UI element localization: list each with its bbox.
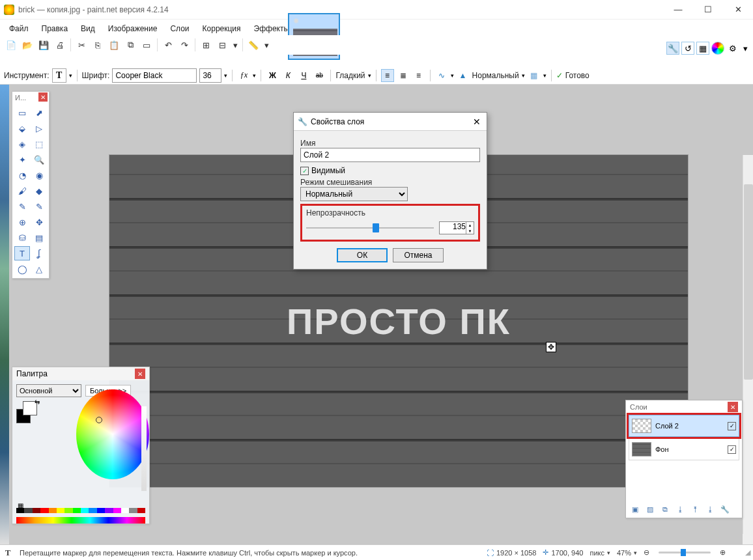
open-file-icon[interactable]: 📂 [20, 38, 35, 52]
menu-edit[interactable]: Правка [35, 22, 75, 35]
redo-icon[interactable]: ↷ [177, 38, 192, 52]
close-button[interactable]: ✕ [723, 0, 753, 20]
panel-toggles: 🔧 ↺ ▦ ⚙ ▾ [666, 42, 749, 55]
window-title: brick — копия.jpg - paint.net версия 4.2… [18, 5, 663, 14]
title-bar: brick — копия.jpg - paint.net версия 4.2… [0, 0, 753, 20]
view-grid2-icon[interactable]: ⊟ [215, 38, 229, 52]
undo-icon[interactable]: ↶ [161, 38, 175, 52]
tools-toggle-icon[interactable]: 🔧 [666, 42, 679, 55]
paste-icon[interactable]: 📋 [107, 38, 121, 52]
view-grid-icon[interactable]: ⊞ [199, 38, 213, 52]
deselect-icon[interactable]: ▭ [139, 38, 154, 52]
colors-toggle-icon[interactable] [711, 42, 724, 55]
new-file-icon[interactable]: 📄 [4, 38, 18, 52]
menu-view[interactable]: Вид [74, 22, 102, 35]
menu-file[interactable]: Файл [3, 22, 35, 35]
cut-icon[interactable]: ✂ [74, 38, 89, 52]
crop-icon[interactable]: ⧉ [123, 38, 137, 52]
settings-dropdown-icon[interactable]: ▾ [741, 42, 749, 55]
save-file-icon[interactable]: 💾 [36, 38, 51, 52]
ruler-icon[interactable]: 📏 [246, 38, 261, 52]
app-icon [4, 5, 14, 15]
minimize-button[interactable]: — [663, 0, 693, 20]
menu-image[interactable]: Изображение [102, 22, 164, 35]
settings-icon[interactable]: ⚙ [726, 42, 739, 55]
history-toggle-icon[interactable]: ↺ [681, 42, 694, 55]
view-ruler-icon[interactable]: ▾ [231, 38, 239, 52]
main-toolbar: 📄 📂 💾 🖨 ✂ ⎘ 📋 ⧉ ▭ ↶ ↷ ⊞ ⊟ ▾ 📏 ▾ [0, 35, 414, 55]
ruler-unit-icon[interactable]: ▾ [263, 38, 270, 52]
layers-toggle-icon[interactable]: ▦ [696, 42, 709, 55]
print-icon[interactable]: 🖨 [53, 38, 67, 52]
maximize-button[interactable]: ☐ [693, 0, 723, 20]
copy-icon[interactable]: ⎘ [91, 38, 105, 52]
menu-adjust[interactable]: Коррекция [196, 22, 248, 35]
menu-layers[interactable]: Слои [163, 22, 195, 35]
